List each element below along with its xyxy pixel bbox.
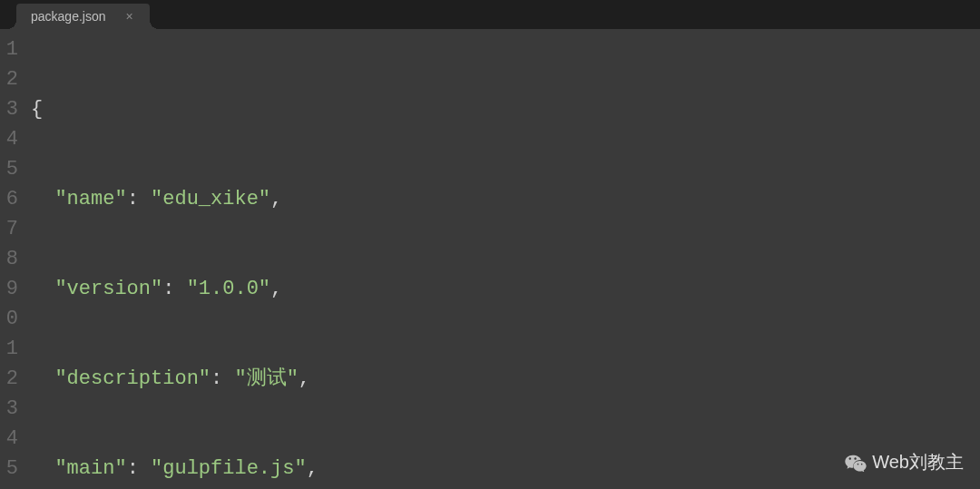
line-number: 3 <box>0 94 18 124</box>
line-number: 0 <box>0 304 18 334</box>
line-number: 4 <box>0 424 18 454</box>
tab-package-json[interactable]: package.json × <box>16 4 150 29</box>
code-line: "name": "edu_xike", <box>31 184 980 214</box>
code-line: { <box>31 94 980 124</box>
watermark: Web刘教主 <box>845 450 964 474</box>
line-number: 3 <box>0 394 18 424</box>
line-number: 5 <box>0 454 18 484</box>
code-line: "description": "测试", <box>31 364 980 394</box>
line-number: 6 <box>0 184 18 214</box>
line-number: 4 <box>0 124 18 154</box>
line-number: 8 <box>0 244 18 274</box>
line-number: 1 <box>0 334 18 364</box>
code-editor[interactable]: 1 2 3 4 5 6 7 8 9 0 1 2 3 4 5 { "name": … <box>0 29 980 489</box>
watermark-text: Web刘教主 <box>872 450 964 474</box>
code-area[interactable]: { "name": "edu_xike", "version": "1.0.0"… <box>18 31 980 489</box>
line-number: 5 <box>0 154 18 184</box>
tab-label: package.json <box>31 9 106 24</box>
line-number-gutter: 1 2 3 4 5 6 7 8 9 0 1 2 3 4 5 <box>0 31 18 489</box>
close-icon[interactable]: × <box>126 9 133 24</box>
line-number: 7 <box>0 214 18 244</box>
line-number: 2 <box>0 64 18 94</box>
code-line: "main": "gulpfile.js", <box>31 454 980 484</box>
wechat-icon <box>845 454 867 472</box>
line-number: 1 <box>0 34 18 64</box>
line-number: 2 <box>0 364 18 394</box>
code-line: "version": "1.0.0", <box>31 274 980 304</box>
tab-bar: package.json × <box>0 0 980 29</box>
line-number: 9 <box>0 274 18 304</box>
